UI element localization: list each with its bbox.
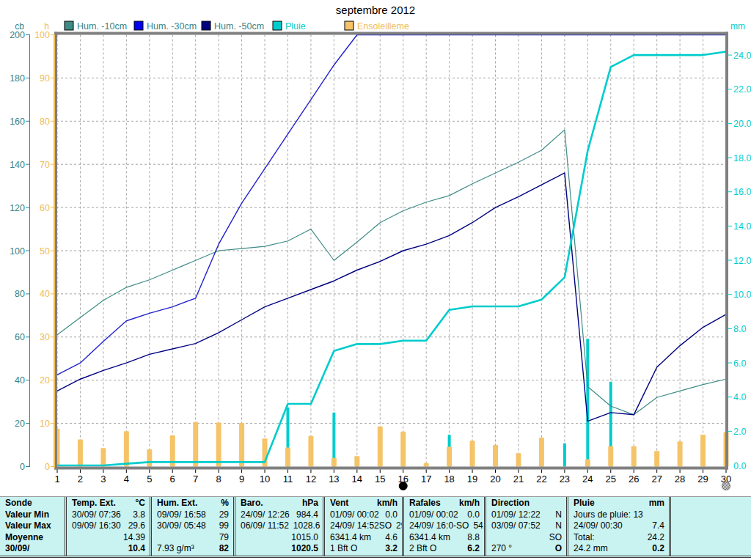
bar-ensoleillement (585, 459, 590, 466)
table-row: 1020.5 (241, 543, 318, 555)
line-hum-50cm (57, 173, 726, 421)
mm-tick-label: 18.0 (733, 153, 751, 163)
bar-ensoleillement (608, 446, 613, 467)
table-row: 270 °O (491, 543, 562, 555)
table-row: Pluiemm (574, 498, 664, 509)
day-tick-label: 24 (582, 474, 593, 485)
line-hum-30cm (57, 35, 726, 375)
h-tick-label: 60 (40, 203, 50, 213)
table-cell: 270 ° (491, 543, 512, 555)
day-tick-label: 6 (170, 474, 175, 485)
table-cell: 29.5 (396, 520, 402, 532)
table-cell: mm (649, 498, 664, 509)
day-tick-label: 14 (352, 474, 362, 485)
table-column-hum-ext-: Hum. Ext.%09/09/ 16:582930/09/ 05:489979… (150, 497, 233, 556)
table-row: 01/09/ 00:020.0 (409, 509, 480, 521)
cb-tick-label: 120 (10, 203, 25, 213)
cb-tick-label: 100 (10, 246, 25, 257)
table-row: 01/09/ 12:22N (491, 509, 562, 521)
bar-ensoleillement (285, 448, 290, 467)
table-cell: 30/09/ 07:36 (72, 509, 121, 521)
table-row: 03/09/ 07:52N (491, 520, 562, 532)
legend-swatch (345, 21, 353, 30)
table-cell: 1015.0 (291, 532, 318, 544)
cb-tick-label: 140 (10, 160, 25, 170)
h-tick-label: 100 (34, 30, 50, 40)
bar-ensoleillement (424, 463, 429, 467)
table-row: Direction (491, 498, 562, 509)
mm-tick-label: 2.0 (733, 427, 746, 437)
day-tick-label: 23 (560, 474, 570, 485)
table-row: Hum. Ext.% (157, 498, 229, 509)
day-tick-label: 29 (697, 474, 708, 485)
h-tick-label: 70 (40, 160, 50, 170)
table-cell: Rafales (409, 498, 441, 509)
h-tick-label: 20 (40, 375, 50, 386)
table-cell: 06/09/ 11:52 (241, 520, 289, 532)
table-cell: 01/09/ 00:02 (409, 509, 458, 521)
line-pluie-cumul- (57, 51, 726, 465)
table-cell: 3.2 (385, 543, 398, 555)
table-row: 10.4 (72, 543, 145, 555)
table-row: 06/09/ 11:521028.6 (241, 520, 318, 532)
day-tick-label: 26 (629, 474, 639, 485)
legend-label: Ensoleilleme (357, 21, 409, 32)
legend-label: Pluie (285, 21, 306, 32)
full-moon-marker (722, 482, 730, 490)
table-cell: 0.0 (385, 509, 398, 521)
table-cell: °C (136, 498, 145, 509)
bar-pluie-jour- (586, 339, 589, 466)
table-cell: 6.2 (467, 543, 480, 555)
mm-tick-label: 6.0 (733, 358, 746, 369)
bar-ensoleillement (239, 423, 244, 466)
bar-ensoleillement (78, 439, 83, 466)
table-cell: 24.2 (648, 532, 664, 544)
table-row: 7.93 g/m³82 (157, 543, 229, 555)
table-cell: 0.0 (467, 509, 480, 521)
legend-item-hum-10cm: Hum. -10cm (65, 21, 127, 32)
table-cell: 7.93 g/m³ (157, 543, 194, 555)
table-cell: 8.8 (467, 532, 480, 544)
table-cell: 29.6 (128, 520, 145, 532)
mm-tick-label: 20.0 (733, 119, 751, 129)
mm-tick-label: 4.0 (733, 392, 746, 402)
legend-swatch (273, 21, 282, 30)
table-cell: Vent (330, 498, 348, 509)
table-cell: Sonde (5, 498, 32, 509)
table-row: 6341.4 km8.8 (409, 532, 480, 544)
table-cell: 54.7 (473, 520, 484, 532)
day-tick-label: 22 (536, 474, 546, 485)
mm-tick-label: 10.0 (733, 290, 751, 300)
day-tick-label: 7 (193, 474, 198, 485)
bar-ensoleillement (100, 448, 106, 466)
table-row: 09/09/ 16:3029.6 (72, 520, 145, 532)
table-cell: 1 Bft O (330, 543, 357, 555)
table-cell: 24/09/ 16:0-SO (409, 520, 469, 532)
bar-ensoleillement (400, 432, 406, 467)
day-tick-label: 1 (54, 474, 59, 485)
table-column-rafales: Rafaleskm/h01/09/ 00:020.024/09/ 16:0-SO… (402, 497, 484, 556)
table-cell: Total: (574, 532, 595, 544)
table-cell: 7.4 (652, 520, 664, 532)
day-tick-label: 3 (100, 474, 106, 485)
h-tick-label: 80 (40, 117, 50, 127)
table-row: Valeur Min (5, 509, 60, 521)
table-row: Temp. Ext.°C (72, 498, 145, 509)
bar-ensoleillement (631, 446, 637, 467)
day-tick-label: 15 (375, 474, 385, 485)
bar-pluie-jour- (563, 443, 566, 467)
table-cell: hPa (302, 498, 318, 509)
day-tick-label: 25 (606, 474, 616, 485)
table-cell: 10.4 (128, 543, 145, 555)
bar-ensoleillement (447, 446, 452, 466)
bar-ensoleillement (493, 445, 498, 466)
table-row: 24/09/ 16:0-SO54.7 (409, 520, 480, 532)
legend-swatch (65, 21, 73, 30)
table-row: 30/09/ (5, 543, 60, 555)
legend-item-hum-50cm: Hum. -50cm (202, 21, 264, 32)
table-row: SO (491, 532, 562, 544)
table-cell: Valeur Min (5, 509, 49, 521)
table-row: Ventkm/h (330, 498, 398, 509)
table-cell: 29 (219, 509, 229, 521)
bar-ensoleillement (539, 438, 544, 466)
